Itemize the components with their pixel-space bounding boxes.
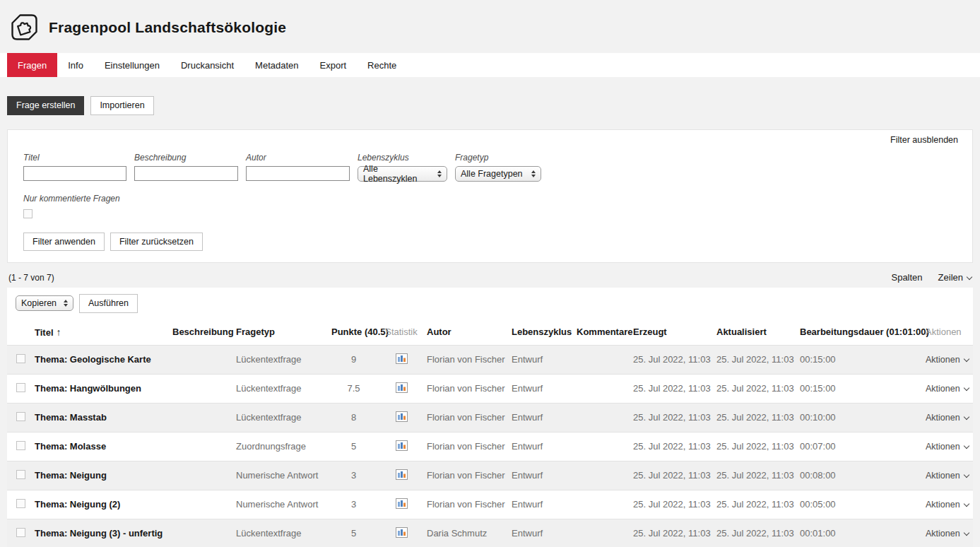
cell-kommentare [572,432,629,461]
filter-author-label: Autor [246,153,350,163]
header-titel-label: Titel [35,327,54,338]
tab-rechte[interactable]: Rechte [357,53,407,77]
header-erzeugt[interactable]: Erzeugt [629,319,712,346]
table-header-row: Titel↑ Beschreibung Fragetyp Punkte (40.… [7,319,973,346]
row-actions-dropdown[interactable]: Aktionen [921,403,973,432]
cell-statistik[interactable] [380,490,423,519]
filter-questiontype-select[interactable]: Alle Fragetypen [455,166,541,182]
question-title-link[interactable]: Thema: Masstab [30,403,168,432]
reset-filter-button[interactable]: Filter zurücksetzen [110,233,203,252]
row-actions-dropdown[interactable]: Aktionen [921,519,973,547]
header-kommentare[interactable]: Kommentare [572,319,629,346]
cell-statistik[interactable] [380,432,423,461]
table-meta-row: (1 - 7 von 7) Spalten Zeilen [8,272,972,283]
filter-lifecycle-select[interactable]: Alle Lebenszyklen [358,166,447,182]
filter-description-input[interactable] [134,166,238,181]
question-title-link[interactable]: Thema: Geologische Karte [30,345,168,374]
tab-export[interactable]: Export [309,53,358,77]
row-actions-dropdown[interactable]: Aktionen [921,490,973,519]
import-button[interactable]: Importieren [90,96,153,115]
create-question-button[interactable]: Frage erstellen [7,96,84,115]
filter-fields: Titel Beschreibung Autor Lebenszyklus Al… [23,153,957,182]
question-title-link[interactable]: Thema: Hangwölbungen [30,374,168,403]
filter-lifecycle-label: Lebenszyklus [358,153,447,163]
row-actions-label: Aktionen [926,442,960,452]
header-autor[interactable]: Autor [423,319,507,346]
cell-dauer: 00:10:00 [796,403,921,432]
bulk-action-select-top[interactable]: Kopieren [16,295,73,311]
rows-menu[interactable]: Zeilen [938,272,972,283]
question-title-link[interactable]: Thema: Neigung [30,461,168,490]
columns-menu[interactable]: Spalten [891,272,922,283]
bar-chart-icon[interactable] [396,382,408,393]
question-table-row: Thema: Molasse Zuordnungsfrage 5 Florian… [7,432,973,461]
row-checkbox[interactable] [16,499,25,508]
question-title-link[interactable]: Thema: Neigung (2) [30,490,168,519]
header-punkte[interactable]: Punkte (40.5) [327,319,380,346]
filter-author-input[interactable] [246,166,350,181]
cell-fragetyp: Numerische Antwort [232,461,327,490]
header-bearbeitungsdauer[interactable]: Bearbeitungsdauer (01:01:00) [796,319,921,346]
cell-statistik[interactable] [380,519,423,547]
cell-statistik[interactable] [380,374,423,403]
cell-erzeugt: 25. Jul 2022, 11:03 [629,374,712,403]
row-checkbox[interactable] [16,441,25,450]
cell-beschreibung [168,519,232,547]
tab-druckansicht[interactable]: Druckansicht [170,53,244,77]
cell-autor: Florian von Fischer [423,432,507,461]
sort-ascending-arrow-icon[interactable]: ↑ [57,327,61,338]
bar-chart-icon[interactable] [396,353,408,364]
execute-button-top[interactable]: Ausführen [79,294,138,313]
filter-title-input[interactable] [23,166,126,181]
cell-lebenszyklus: Entwurf [507,403,572,432]
tab-info[interactable]: Info [57,53,94,77]
cell-statistik[interactable] [380,403,423,432]
row-actions-dropdown[interactable]: Aktionen [921,374,973,403]
filter-panel: Filter ausblenden Titel Beschreibung Aut… [7,129,973,264]
question-title-link[interactable]: Thema: Molasse [30,432,168,461]
question-table-row: Thema: Geologische Karte Lückentextfrage… [7,345,973,374]
question-title-link[interactable]: Thema: Neigung (3) - unfertig [30,519,168,547]
bar-chart-icon[interactable] [396,411,408,422]
row-actions-dropdown[interactable]: Aktionen [921,461,973,490]
cell-beschreibung [168,432,232,461]
cell-statistik[interactable] [380,345,423,374]
tab-metadaten[interactable]: Metadaten [244,53,309,77]
bulk-controls-top: Kopieren Ausführen [7,294,973,319]
commented-only-checkbox[interactable] [23,209,33,218]
bar-chart-icon[interactable] [396,527,408,538]
cell-fragetyp: Zuordnungsfrage [232,432,327,461]
row-checkbox[interactable] [16,412,25,421]
row-checkbox[interactable] [16,354,25,363]
bar-chart-icon[interactable] [396,440,408,451]
row-checkbox[interactable] [16,470,25,479]
cell-aktualisiert: 25. Jul 2022, 11:03 [712,345,796,374]
bar-chart-icon[interactable] [396,469,408,480]
header-fragetyp[interactable]: Fragetyp [232,319,327,346]
row-actions-label: Aktionen [926,529,960,539]
header-aktualisiert[interactable]: Aktualisiert [712,319,796,346]
commented-only-label: Nur kommentierte Fragen [23,194,957,204]
header-lebenszyklus[interactable]: Lebenszyklus [507,319,572,346]
cell-fragetyp: Lückentextfrage [232,519,327,547]
header-titel[interactable]: Titel↑ [30,319,168,346]
cell-dauer: 00:15:00 [796,345,921,374]
chevron-down-icon [963,355,969,361]
bar-chart-icon[interactable] [396,498,408,509]
header-beschreibung[interactable]: Beschreibung [168,319,232,346]
chevron-down-icon [963,413,969,419]
apply-filter-button[interactable]: Filter anwenden [23,233,105,252]
row-checkbox[interactable] [16,528,25,537]
cell-erzeugt: 25. Jul 2022, 11:03 [629,490,712,519]
tab-einstellungen[interactable]: Einstellungen [94,53,170,77]
hide-filter-link[interactable]: Filter ausblenden [890,135,958,145]
question-pool-puzzle-icon [10,13,39,42]
tab-fragen[interactable]: Fragen [7,53,57,77]
chevron-down-icon [963,442,969,448]
cell-beschreibung [168,374,232,403]
row-checkbox[interactable] [16,383,25,392]
row-actions-dropdown[interactable]: Aktionen [921,345,973,374]
row-actions-dropdown[interactable]: Aktionen [921,432,973,461]
cell-statistik[interactable] [380,461,423,490]
chevron-down-icon [967,274,972,280]
